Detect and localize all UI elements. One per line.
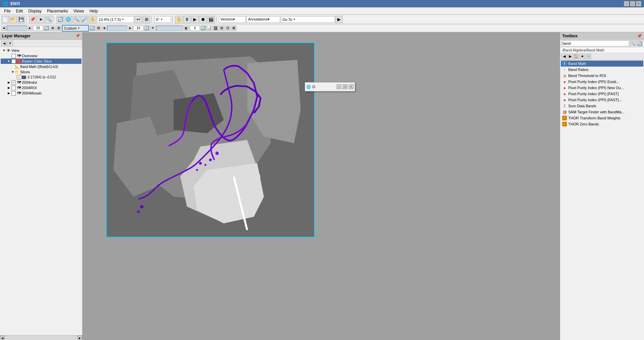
t2-fit2[interactable]: ⊞ [56, 26, 61, 31]
tool-ppi-existing[interactable]: ■ Pixel Purity Index (PPI) Existi... [561, 79, 643, 85]
t2-export1[interactable]: 📊 [207, 26, 212, 31]
t2-refresh1[interactable]: 🔄 [44, 26, 49, 31]
t2-layers[interactable]: ⊞ [219, 26, 224, 31]
tree-item-mosaic[interactable]: ▶ 🗺 2004Mosaic [1, 90, 81, 96]
pin-button[interactable]: 📌 [29, 16, 36, 23]
tree-item-slices[interactable]: ▼ 📁 Slices [1, 69, 81, 75]
tree-item-view[interactable]: ▼ 👁 View [1, 48, 81, 53]
tree-checkbox-mosaic[interactable] [11, 91, 16, 96]
t2-table[interactable]: ⊟ [225, 26, 230, 31]
tool-ppi-new[interactable]: ■ Pixel Purity Index (PPI) New Ou... [561, 85, 643, 91]
menu-placemarks[interactable]: Placemarks [44, 8, 71, 14]
tree-checkbox-slice1[interactable]: ✓ [17, 75, 21, 79]
t2-refresh3[interactable]: 🔄 [144, 26, 149, 31]
t2-step1-value[interactable]: 20 [33, 26, 43, 31]
t2-step2-value[interactable]: 10 [133, 26, 143, 31]
menu-display[interactable]: Display [26, 8, 44, 14]
tool-ppi-fast1[interactable]: ■ Pixel Purity Index (PPI) [FAST] [561, 91, 643, 97]
goto-execute-button[interactable]: ▶ [335, 16, 343, 23]
tool-band-ratios[interactable]: ÷ Band Ratios [561, 67, 643, 73]
layer-manager-pin[interactable]: 📌 [75, 34, 80, 38]
t2-export2[interactable]: 🖼 [213, 26, 218, 31]
tree-item-overview[interactable]: 🗺 Overview [1, 53, 81, 59]
tree-expander-view[interactable]: ▼ [2, 48, 6, 52]
tool-sum-data[interactable]: Σ Sum Data Bands [561, 103, 643, 109]
record-button[interactable]: ⏺ [199, 16, 207, 23]
toolbox-star[interactable]: ★ [580, 54, 585, 59]
tree-expander-slices[interactable]: ▼ [11, 70, 15, 74]
minimize-button[interactable]: − [624, 1, 629, 6]
tree-checkbox-roi[interactable] [11, 86, 16, 90]
rotation-combo[interactable]: 0° ▾ [154, 16, 171, 23]
maximize-button[interactable]: □ [630, 1, 635, 6]
tree-item-raster-color[interactable]: ▼ ✓ 🟥 Raster Color Slice [1, 59, 81, 64]
zoom-out-button[interactable]: 🔎 [81, 16, 88, 23]
tool-thor-zero[interactable]: T THOR Zero Bands [561, 121, 643, 127]
tree-expander-raster[interactable]: ▼ [7, 59, 11, 63]
menu-edit[interactable]: Edit [13, 8, 26, 14]
tree-item-slice1[interactable]: ✓ -2.171841 to -0.512 [1, 75, 81, 80]
t2-right2[interactable]: ▶ [128, 26, 133, 31]
t2-step2[interactable]: ⊞ [96, 26, 101, 31]
globe-button[interactable]: 🌐 [65, 16, 72, 23]
pan2-button[interactable]: 🖐 [175, 16, 182, 23]
t2-slider3[interactable] [156, 26, 183, 31]
t2-slider1[interactable] [7, 26, 27, 31]
vectors-combo[interactable]: Vectors▾ [219, 16, 246, 23]
tree-item-band-math[interactable]: 📐 Band Math ((float(b1)-b3) [1, 64, 81, 69]
toolbox-search-input[interactable] [562, 40, 629, 46]
goto-combo[interactable]: Go To ▾ [281, 16, 335, 23]
t2-fit1[interactable]: ⊕ [50, 26, 55, 31]
t2-refresh4[interactable]: 🔄 [201, 26, 206, 31]
t2-moon[interactable]: ◐ [184, 26, 189, 31]
step-fwd-button[interactable]: ▶ [191, 16, 199, 23]
tool-sam[interactable]: 🎯 SAM Target Finder with BandMa... [561, 109, 643, 115]
new-file-button[interactable]: 📄 [1, 16, 9, 23]
tree-item-roi[interactable]: ▶ 🗺 2004ROI [1, 85, 81, 90]
tree-expander-mosaic[interactable]: ▶ [7, 91, 11, 95]
small-dialog-close[interactable]: × [349, 84, 353, 89]
t2-refresh2[interactable]: 🔄 [90, 26, 95, 31]
cursor-button[interactable]: ➤ [37, 16, 44, 23]
pan-button[interactable]: ✋ [89, 16, 96, 23]
tree-checkbox-ndvi[interactable]: ✓ [11, 80, 16, 85]
menu-file[interactable]: File [1, 8, 13, 14]
toolbox-collapse[interactable]: ◀ [562, 54, 567, 59]
menu-help[interactable]: Help [87, 8, 101, 14]
toolbox-search-button[interactable]: 🔍 [630, 40, 636, 46]
t2-left-btn[interactable]: ◀ [1, 26, 6, 31]
zoom-fit-button[interactable]: ⊞ [143, 16, 150, 23]
toolbox-home[interactable]: 🏠 [574, 54, 579, 59]
tree-item-ndvi[interactable]: ▶ ✓ 🗺 2004ndvi [1, 80, 81, 85]
tree-checkbox-overview[interactable] [11, 54, 16, 58]
t2-brightness[interactable]: ☀ [150, 26, 156, 31]
tool-band-threshold[interactable]: ▦ Band Threshold to ROI [561, 73, 643, 79]
hscroll-right[interactable]: ▶ [77, 336, 82, 340]
t2-slider2[interactable] [107, 26, 127, 31]
open-file-button[interactable]: 📂 [9, 16, 17, 23]
toolbox-pin[interactable]: 📌 [637, 34, 642, 38]
tool-thor-transform[interactable]: T THOR Transform Band Weights [561, 115, 643, 121]
lm-expand-btn[interactable]: ▼ [7, 41, 13, 46]
toolbox-expand[interactable]: ▶ [568, 54, 573, 59]
toolbox-refresh-button[interactable]: 🔄 [637, 40, 643, 46]
lm-collapse-btn[interactable]: ◀ [1, 41, 7, 46]
t2-right-btn[interactable]: ▶ [28, 26, 32, 31]
toolbox-star2[interactable]: ☆ [586, 54, 591, 59]
step-back-button[interactable]: ⏸ [183, 16, 191, 23]
lm-hscroll[interactable]: ◀ ▶ [0, 335, 82, 340]
close-button[interactable]: × [636, 1, 641, 6]
zoom-in-button[interactable]: 🔍 [73, 16, 80, 23]
hscroll-left[interactable]: ◀ [0, 336, 5, 340]
tree-expander-ndvi[interactable]: ▶ [7, 80, 11, 84]
tool-band-math[interactable]: f Band Math [561, 61, 643, 67]
zoom-reset-button[interactable]: ↩ [135, 16, 142, 23]
custom-combo[interactable]: Custom ▾ [62, 25, 89, 32]
menu-views[interactable]: Views [71, 8, 87, 14]
film-button[interactable]: 🎬 [207, 16, 215, 23]
map-canvas[interactable] [106, 42, 315, 237]
refresh-button[interactable]: 🔄 [57, 16, 64, 23]
small-dialog-restore[interactable]: □ [343, 84, 347, 89]
small-dialog-minimize[interactable]: − [337, 84, 341, 89]
t2-left2[interactable]: ◀ [102, 26, 106, 31]
